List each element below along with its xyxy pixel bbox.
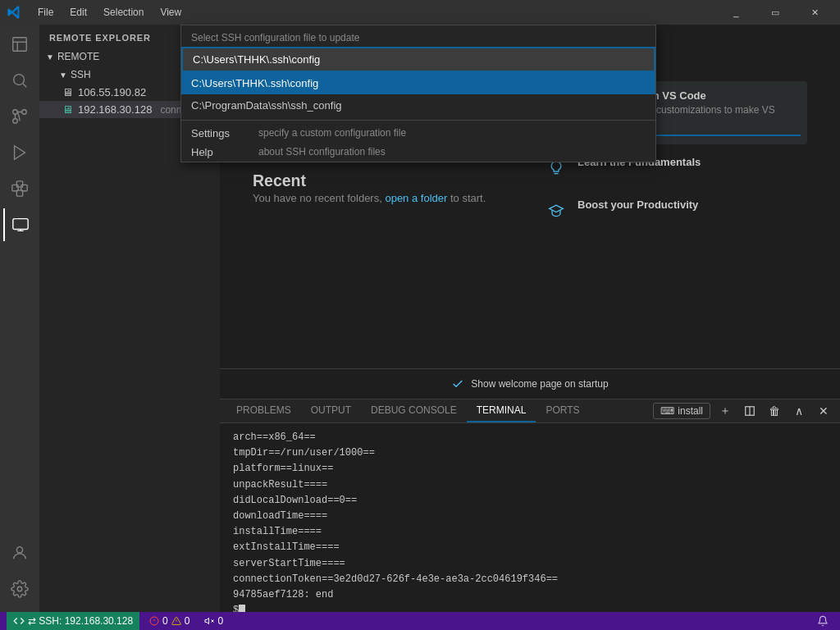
sidebar-ssh-label: SSH (71, 69, 91, 80)
minimize-button[interactable]: ⎯ (717, 0, 755, 25)
menu-file[interactable]: File (31, 5, 60, 20)
activity-settings[interactable] (3, 573, 36, 605)
tab-problems[interactable]: PROBLEMS (226, 399, 301, 422)
dropdown-input[interactable] (193, 53, 644, 66)
svg-rect-10 (13, 219, 28, 230)
svg-point-11 (16, 547, 22, 553)
terminal-prompt: $ (233, 603, 827, 612)
tab-debug-console[interactable]: DEBUG CONSOLE (361, 399, 467, 422)
activity-bar (0, 25, 39, 612)
walkthrough-productivity[interactable]: Boost your Productivity (538, 190, 807, 230)
svg-marker-5 (15, 146, 25, 160)
recent-after-text: to start. (450, 192, 486, 204)
terminal-line-4: didLocalDownload==0== (233, 493, 827, 509)
bell-icon (817, 615, 829, 627)
close-panel-button[interactable]: ✕ (814, 401, 833, 421)
terminal-content: arch==x86_64== tmpDir==/run/user/1000== … (220, 423, 840, 612)
svg-rect-8 (16, 181, 22, 187)
notification-icon-btn[interactable] (812, 612, 833, 630)
svg-rect-0 (13, 38, 27, 52)
open-folder-recent-link[interactable]: open a folder (385, 192, 447, 204)
svg-point-12 (17, 587, 22, 591)
activity-source-control[interactable] (3, 100, 36, 133)
dropdown-item-1[interactable]: C:\ProgramData\ssh\ssh_config (181, 94, 655, 116)
close-button[interactable]: ✕ (796, 0, 833, 25)
panel: PROBLEMS OUTPUT DEBUG CONSOLE TERMINAL P… (220, 399, 840, 612)
warning-label: 0 (185, 615, 190, 627)
walkthrough-productivity-text: Boost your Productivity (578, 199, 698, 211)
walkthrough-title-3: Boost your Productivity (578, 199, 698, 211)
cursor-block (239, 605, 245, 612)
svg-point-1 (14, 75, 25, 85)
sidebar-remote-label: REMOTE (57, 51, 99, 62)
dropdown-input-box[interactable] (181, 47, 655, 72)
help-key: Help (191, 146, 249, 158)
warning-icon (171, 616, 181, 626)
graduation-icon (545, 199, 568, 221)
terminal-line-7: extInstallTime==== (233, 540, 827, 555)
split-terminal-button[interactable] (740, 401, 760, 421)
error-icon (149, 616, 159, 626)
chevron-down-icon: ▼ (46, 52, 54, 62)
terminal-line-10: 94785aef7128: end (233, 587, 827, 603)
terminal-prompt-char: $ (233, 605, 239, 612)
startup-label: Show welcome page on startup (471, 378, 608, 390)
title-bar: File Edit Selection View ⎯ ▭ ✕ (0, 0, 840, 25)
ssh-status-badge[interactable]: ⇄ SSH: 192.168.30.128 (7, 612, 139, 630)
menu-edit[interactable]: Edit (63, 5, 94, 20)
activity-extensions[interactable] (3, 172, 36, 205)
recent-text: You have no recent folders, open a folde… (253, 190, 522, 207)
activity-explorer[interactable] (3, 28, 36, 61)
svg-point-2 (13, 110, 18, 115)
install-button[interactable]: ⌨ install (653, 403, 710, 419)
ssh-label: ⇄ SSH: 192.168.30.128 (28, 615, 133, 627)
dropdown-divider (181, 120, 655, 121)
activity-search[interactable] (3, 64, 36, 97)
remote-icon (13, 615, 25, 627)
svg-point-4 (22, 110, 27, 115)
terminal-line-8: serverStartTime==== (233, 556, 827, 572)
recent-section: Recent You have no recent folders, open … (253, 171, 522, 207)
tab-output[interactable]: OUTPUT (301, 399, 361, 422)
maximize-button[interactable]: ▭ (756, 0, 794, 25)
panel-actions: ⌨ install ＋ 🗑 ∧ ✕ (653, 401, 833, 421)
check-icon (451, 377, 464, 390)
activity-remote-explorer[interactable] (3, 208, 36, 241)
mute-count: 0 (217, 615, 223, 627)
monitor-icon-1: 🖥 (62, 86, 73, 98)
activity-accounts[interactable] (3, 536, 36, 569)
terminal-line-6: installTime==== (233, 524, 827, 540)
recent-heading: Recent (253, 171, 522, 190)
menu-selection[interactable]: Selection (97, 5, 150, 20)
error-label: 0 (162, 615, 168, 627)
recent-empty-text: You have no recent folders, (253, 192, 382, 204)
terminal-line-5: downloadTime==== (233, 509, 827, 524)
dropdown-item-0[interactable]: C:\Users\THHK\.ssh\config (181, 72, 655, 94)
dropdown-label: Select SSH configuration file to update (181, 25, 655, 47)
chevron-down-icon-ssh: ▼ (59, 71, 67, 80)
activity-run[interactable] (3, 136, 36, 169)
terminal-line-2: platform==linux== (233, 461, 827, 477)
dropdown-settings[interactable]: Settings specify a custom configuration … (181, 124, 655, 143)
tab-ports[interactable]: PORTS (536, 399, 589, 422)
terminal-line-1: tmpDir==/run/user/1000== (233, 445, 827, 461)
tab-terminal[interactable]: TERMINAL (467, 399, 536, 422)
terminal-line-0: arch==x86_64== (233, 430, 827, 445)
terminal-icon: ⌨ (660, 405, 674, 417)
mute-icon (204, 616, 214, 626)
vscode-logo (7, 5, 21, 20)
svg-marker-20 (205, 619, 209, 624)
terminal-line-3: unpackResult==== (233, 477, 827, 493)
delete-terminal-button[interactable]: 🗑 (765, 401, 784, 421)
settings-desc: specify a custom configuration file (258, 127, 406, 139)
menu-view[interactable]: View (153, 5, 188, 20)
dropdown-help[interactable]: Help about SSH configuration files (181, 143, 655, 162)
terminal-line-9: connectionToken==3e2d0d27-626f-4e3e-ae3a… (233, 572, 827, 587)
maximize-panel-button[interactable]: ∧ (789, 401, 809, 421)
error-count[interactable]: 0 0 (144, 612, 194, 630)
host-1-label: 106.55.190.82 (78, 86, 146, 98)
add-terminal-button[interactable]: ＋ (715, 401, 735, 421)
mute-label[interactable]: 0 (199, 612, 228, 630)
menu-bar: File Edit Selection View (31, 5, 188, 20)
settings-key: Settings (191, 127, 249, 139)
